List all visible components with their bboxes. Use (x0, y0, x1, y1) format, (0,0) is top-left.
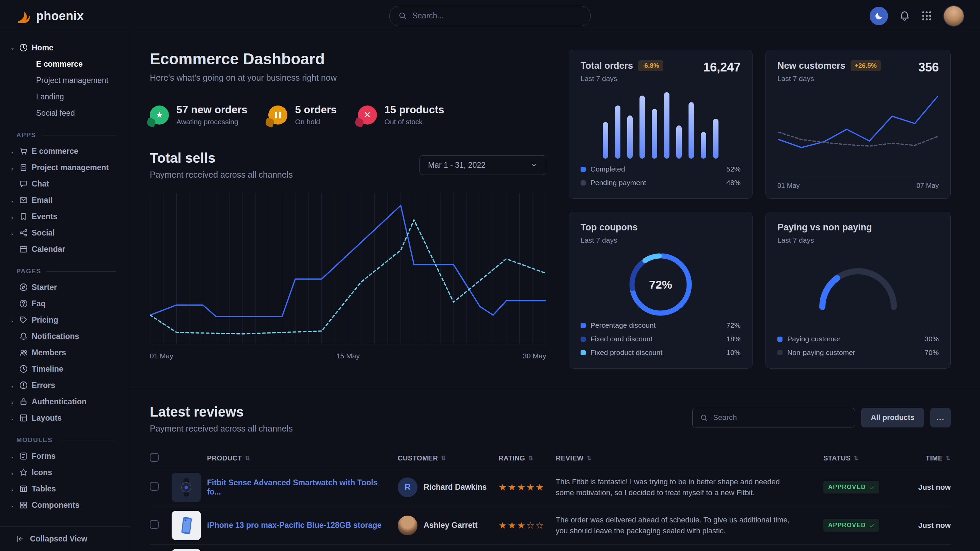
review-text: This Fitbit is fantastic! I was trying t… (556, 476, 823, 498)
sidebar-item-label: Forms (32, 452, 56, 461)
collapse-icon (16, 535, 24, 543)
product-link[interactable]: Fitbit Sense Advanced Smartwatch with To… (207, 478, 398, 497)
col-product[interactable]: PRODUCT (207, 454, 242, 462)
page-title: Ecommerce Dashboard (150, 50, 546, 68)
stat-57-new-orders: ★ 57 new orders Awating processing (150, 104, 247, 126)
sidebar-item-social[interactable]: Social (0, 225, 130, 241)
date-range-select[interactable]: Mar 1 - 31, 2022 (420, 155, 546, 175)
x-label: 15 May (336, 352, 360, 360)
users-icon (19, 348, 28, 357)
sidebar-item-icons[interactable]: Icons (0, 464, 130, 481)
legend-label: Completed (590, 165, 625, 173)
bookmark-icon (19, 212, 28, 221)
reviews-table: PRODUCT⇅ CUSTOMER⇅ RATING⇅ REVIEW⇅ STATU… (150, 449, 951, 551)
total-sells-chart (150, 192, 546, 345)
legend-swatch (777, 350, 783, 355)
customer-avatar (398, 516, 417, 535)
reviews-search[interactable] (692, 408, 855, 427)
col-review[interactable]: REVIEW (556, 454, 584, 462)
all-products-filter-button[interactable]: All products (861, 408, 924, 427)
theme-toggle-button[interactable] (870, 7, 888, 25)
sidebar-item-events[interactable]: Events (0, 208, 130, 225)
select-all-checkbox[interactable] (150, 453, 159, 462)
stat-sublabel: Out of stock (385, 118, 444, 126)
sort-icon[interactable]: ⇅ (854, 455, 859, 462)
legend-item: Fixed product discount 10% (581, 346, 741, 359)
sidebar-item-timeline[interactable]: Timeline (0, 361, 130, 377)
sidebar-item-label: Timeline (32, 365, 63, 374)
status-badge: APPROVED (823, 519, 879, 532)
sidebar-item-tables[interactable]: Tables (0, 481, 130, 497)
brand[interactable]: phoenix (16, 8, 84, 24)
cart-icon (19, 147, 28, 156)
sidebar-item-project-management[interactable]: Project management (0, 159, 130, 176)
caretRight-icon (10, 471, 15, 477)
sidebar-item-calendar[interactable]: Calendar (0, 241, 130, 257)
sort-icon[interactable]: ⇅ (587, 455, 592, 462)
sort-icon[interactable]: ⇅ (528, 455, 533, 462)
sidebar-item-components[interactable]: Components (0, 497, 130, 513)
star-bubble-icon: ★ (150, 105, 169, 125)
user-avatar[interactable] (943, 5, 964, 27)
reviews-subtitle: Payment received across all channels (150, 424, 293, 433)
new-customers-chart (777, 90, 939, 169)
apps-grid-icon[interactable] (921, 10, 932, 21)
stat-5-orders: 5 orders On hold (268, 104, 336, 126)
sidebar-item-label: Tables (32, 484, 56, 494)
review-time: Just now (904, 483, 951, 492)
collapsed-view-toggle[interactable]: Collapsed View (0, 527, 130, 551)
top-coupons-donut-chart: 72% (627, 251, 695, 319)
product-link[interactable]: iPhone 13 pro max-Pacific Blue-128GB sto… (207, 521, 398, 530)
legend-label: Fixed card discount (590, 335, 652, 343)
trend-badge: -6.8% (638, 60, 663, 71)
sidebar-item-e-commerce[interactable]: E commerce (0, 143, 130, 159)
col-time[interactable]: TIME (926, 454, 943, 462)
total-orders-value: 16,247 (703, 60, 741, 75)
global-search[interactable] (389, 6, 591, 26)
sidebar-item-pricing[interactable]: Pricing (0, 312, 130, 328)
sidebar-item-faq[interactable]: Faq (0, 295, 130, 312)
stat-15-products: ✕ 15 products Out of stock (358, 104, 444, 126)
row-checkbox[interactable] (150, 520, 159, 529)
sort-icon[interactable]: ⇅ (441, 455, 446, 462)
caretRight-icon (10, 199, 15, 205)
legend-item: Paying customer 30% (777, 332, 939, 346)
sidebar-item-home[interactable]: Home (0, 40, 130, 56)
status-badge: APPROVED (823, 481, 879, 494)
sort-icon[interactable]: ⇅ (245, 455, 250, 462)
sidebar-item-forms[interactable]: Forms (0, 448, 130, 464)
legend-value: 72% (726, 321, 741, 329)
sidebar-item-members[interactable]: Members (0, 345, 130, 361)
customer-name: Richard Dawkins (423, 483, 487, 492)
form-icon (19, 452, 28, 460)
sidebar-item-layouts[interactable]: Layouts (0, 410, 130, 426)
sidebar-item-project-management[interactable]: Project management (0, 72, 130, 89)
sidebar-item-email[interactable]: Email (0, 192, 130, 208)
legend-label: Pending payment (590, 179, 646, 187)
sidebar-item-starter[interactable]: Starter (0, 279, 130, 295)
notifications-bell-icon[interactable] (899, 10, 910, 21)
stat-sublabel: On hold (295, 118, 336, 126)
sidebar-item-e-commerce[interactable]: E commerce (0, 56, 130, 72)
sidebar-item-social-feed[interactable]: Social feed (0, 105, 130, 121)
sidebar-item-landing[interactable]: Landing (0, 89, 130, 105)
sidebar-item-authentication[interactable]: Authentication (0, 394, 130, 410)
more-options-button[interactable]: ... (930, 408, 951, 427)
card-period: Last 7 days (777, 75, 881, 83)
latest-reviews-section: Latest reviews Payment received across a… (150, 388, 951, 551)
global-search-input[interactable] (412, 11, 582, 21)
sidebar-item-label: Home (32, 43, 54, 52)
row-checkbox[interactable] (150, 482, 159, 491)
sidebar-item-chat[interactable]: Chat (0, 176, 130, 192)
sort-icon[interactable]: ⇅ (946, 455, 951, 462)
col-rating[interactable]: RATING (498, 454, 525, 462)
reviews-search-input[interactable] (713, 413, 847, 422)
chevron-down-icon (530, 161, 538, 169)
sidebar-item-notifications[interactable]: Notifications (0, 328, 130, 345)
collapsed-view-label: Collapsed View (30, 534, 87, 543)
dashboard-left-column: Ecommerce Dashboard Here's what's going … (150, 50, 546, 360)
col-status[interactable]: STATUS (823, 454, 851, 462)
col-customer[interactable]: CUSTOMER (398, 454, 438, 462)
sidebar-item-errors[interactable]: Errors (0, 377, 130, 394)
quick-stats: ★ 57 new orders Awating processing 5 ord… (150, 104, 546, 126)
